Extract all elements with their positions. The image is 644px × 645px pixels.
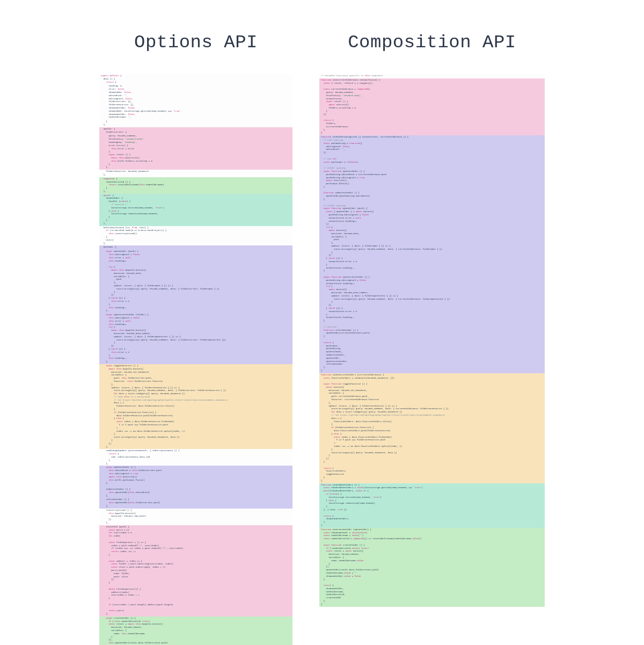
options-apollo-body: query: FOLDER_CURRENT, fetchPolicy: 'net… bbox=[99, 134, 292, 170]
options-open-parent: async openParentFolder (folder) { this.e… bbox=[99, 313, 292, 364]
comparison-diagram: Options API export default { data () { r… bbox=[0, 0, 644, 645]
options-open-folder: async openFolder (path) { this.editingPa… bbox=[99, 250, 292, 313]
options-api-column: Options API export default { data () { r… bbox=[99, 32, 292, 645]
options-apollo-fav: foldersFavorite: FOLDERS_FAVORITE }, bbox=[99, 170, 292, 177]
options-toggle-fav: async toggleFavorite () { await this.$ap… bbox=[99, 364, 292, 450]
comp-comment: // Reusable functions specific to this c… bbox=[319, 74, 545, 78]
options-apollo-open: apollo: { folderCurrent: { bbox=[99, 127, 292, 135]
composition-api-code: // Reusable functions specific to this c… bbox=[319, 74, 545, 607]
options-refresh: refreshFolder () { this.openFolder(this.… bbox=[99, 498, 292, 508]
options-data-close: } }, bbox=[99, 120, 292, 127]
comp-navigation: function useFolderNavigation ({ networkS… bbox=[319, 135, 545, 373]
options-create-folder: async createFolder () { if (!this.newFol… bbox=[99, 617, 292, 645]
options-computed: computed: { newFolderValid () { return i… bbox=[99, 177, 292, 194]
options-api-code: export default { data () { return { load… bbox=[99, 74, 292, 645]
composition-api-column: Composition API // Reusable functions sp… bbox=[319, 32, 545, 607]
comp-hidden-folders: function useHiddenFolders () { const sho… bbox=[319, 483, 545, 528]
composition-api-title: Composition API bbox=[348, 32, 516, 53]
options-cwd-changed: cwdChangedUpdate (previousResult, { subs… bbox=[99, 449, 292, 466]
options-data-body: loading: 0, error: false, showHidden: fa… bbox=[99, 84, 292, 120]
options-update-hook: beforeRouteLeave (to, from, next) { if (… bbox=[99, 226, 292, 246]
options-slice-path: slicePath (path) { const parts = [] let … bbox=[99, 525, 292, 617]
comp-favorite: function useFavoriteFolders (currentFold… bbox=[319, 373, 545, 483]
options-open-edit: async openPathEdit () { this.editedPath … bbox=[99, 466, 292, 498]
options-api-title: Options API bbox=[134, 32, 258, 53]
options-watch: watch: { showHidden: { handler (value) {… bbox=[99, 194, 292, 226]
comp-create-folder: function useCreateFolder (openFolder) { … bbox=[319, 528, 545, 607]
options-methods-open: methods: { bbox=[99, 245, 292, 250]
options-header: export default { data () { return { bbox=[99, 74, 292, 84]
options-reset-cwd: resetProjectCwd () { this.$apollo.mutate… bbox=[99, 509, 292, 525]
comp-network-state: function useCurrentFolderData (networkSt… bbox=[319, 78, 545, 135]
